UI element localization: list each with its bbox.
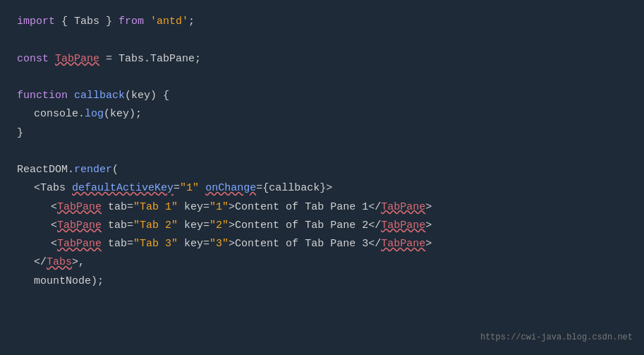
token-from: from: [119, 16, 144, 28]
token-tabpane-open3: TabPane: [57, 238, 102, 250]
code-line-7: }: [17, 124, 627, 143]
token-log: log: [85, 108, 104, 120]
code-line-3: const TabPane = Tabs.TabPane;: [17, 50, 627, 68]
code-line-4: [17, 68, 627, 87]
code-line-12: <TabPane tab="Tab 2" key="2">Content of …: [17, 217, 627, 235]
token-tabpane-open1: TabPane: [57, 201, 102, 213]
code-line-11: <TabPane tab="Tab 1" key="1">Content of …: [17, 198, 627, 217]
token-defaultActiveKey: defaultActiveKey: [72, 182, 174, 194]
token-callback: callback: [74, 90, 125, 102]
token-onChange: onChange: [205, 182, 256, 194]
token-tabpane-close2: TabPane: [381, 219, 425, 231]
code-line-14: </Tabs>,: [17, 253, 627, 272]
token-tabpane-close3: TabPane: [381, 238, 425, 250]
token-tabs-close: Tabs: [47, 256, 72, 268]
token-tabpane-close1: TabPane: [381, 201, 425, 213]
code-line-13: <TabPane tab="Tab 3" key="3">Content of …: [17, 235, 627, 253]
code-line-9: ReactDOM.render(: [17, 161, 627, 179]
code-line-8: [17, 143, 627, 161]
token-const: const: [17, 53, 49, 65]
code-line-6: console.log(key);: [17, 105, 627, 124]
code-line-1: import { Tabs } from 'antd';: [17, 13, 627, 31]
code-line-2: [17, 31, 627, 49]
watermark: https://cwi-java.blog.csdn.net: [480, 330, 633, 345]
token-tabpane-open2: TabPane: [57, 219, 102, 231]
token-function: function: [17, 90, 68, 102]
token-import: import: [17, 16, 55, 28]
token-tabpane: TabPane: [55, 53, 99, 65]
code-line-5: function callback(key) {: [17, 87, 627, 105]
code-line-15: mountNode);: [17, 272, 627, 291]
code-line-10: <Tabs defaultActiveKey="1" onChange={cal…: [17, 179, 627, 198]
token-render: render: [74, 164, 112, 176]
code-editor: import { Tabs } from 'antd'; const TabPa…: [0, 0, 644, 355]
